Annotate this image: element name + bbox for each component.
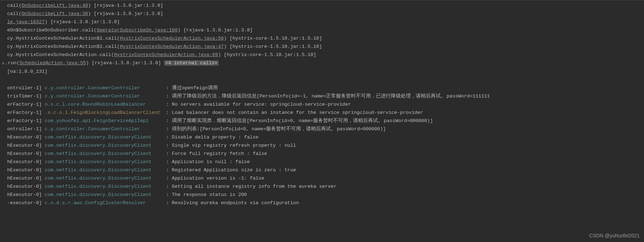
thread-name: ontroller-1] xyxy=(7,85,45,91)
separator: : xyxy=(166,143,172,148)
blank-line xyxy=(0,76,644,84)
logger-name: com.netflix.discovery.DiscoveryClient xyxy=(45,167,166,173)
log-line: ontroller-1] c.y.controller.ConsumerCont… xyxy=(0,84,644,92)
stack-line: call(OnSubscribeLift.java:48) [rxjava-1.… xyxy=(0,1,644,10)
log-line: hExecutor-0] com.netflix.discovery.Disco… xyxy=(0,182,644,191)
stack-line: call(OnSubscribeLift.java:30) [rxjava-1.… xyxy=(0,10,644,18)
separator: : xyxy=(166,85,172,91)
na-line: [na:1.8.0_131] xyxy=(0,67,644,76)
thread-name: erFactory-1] xyxy=(7,102,45,107)
log-message: The response status is 200 xyxy=(172,192,247,197)
thread-name: erFactory-1] xyxy=(7,110,45,115)
thread-name: trixTimer-1] xyxy=(7,94,45,99)
thread-name: -executor-0] xyxy=(7,200,45,206)
separator: : xyxy=(166,151,172,156)
logger-name: com.yuhuofei.api.FeignServiceApiImpl xyxy=(45,118,166,123)
log-message: Resolving eureka endpoints via configura… xyxy=(172,200,299,206)
separator: : xyxy=(166,126,172,132)
stack-line: le.java:10327) [rxjava-1.3.8.jar:1.3.8] xyxy=(0,18,644,26)
separator: : xyxy=(166,159,172,165)
log-line: hExecutor-0] com.netflix.discovery.Disco… xyxy=(0,191,644,199)
separator: : xyxy=(166,135,172,140)
source-link[interactable]: le.java:10327 xyxy=(7,19,45,25)
log-line: trixTimer-1] c.y.controller.ConsumerCont… xyxy=(0,92,644,100)
thread-name: erFactory-1] xyxy=(7,118,45,123)
log-line: hExecutor-0] com.netflix.discovery.Disco… xyxy=(0,174,644,182)
log-message: 调用了熔断实现类，熔断返回信息[PersonInfo(id=0, name=服务… xyxy=(172,118,433,123)
thread-name: ontroller-1] xyxy=(7,126,45,132)
console-output: call(OnSubscribeLift.java:48) [rxjava-1.… xyxy=(0,0,644,207)
thread-name: hExecutor-0] xyxy=(7,143,45,148)
internal-calls-badge[interactable]: <4 internal calls> xyxy=(164,60,219,66)
logger-name: com.netflix.discovery.DiscoveryClient xyxy=(45,184,166,189)
thread-name: hExecutor-0] xyxy=(7,151,45,156)
log-message: Registered Applications size is zero : t… xyxy=(172,167,296,173)
logger-name: .s.c.o.l.FeignBlockingLoadBalancerClient xyxy=(45,110,166,115)
csdn-watermark: CSDN @yuhuofei2021 xyxy=(589,232,640,240)
source-link[interactable]: OnSubscribeLift.java:30 xyxy=(22,11,88,16)
log-line: hExecutor-0] com.netflix.discovery.Disco… xyxy=(0,141,644,150)
log-message: Getting all instance registry info from … xyxy=(172,184,337,189)
log-message: 调用了降级后的方法，降级后返回信息[PersonInfo(id=-1, name… xyxy=(172,94,490,99)
log-message: Force full registry fetch : false xyxy=(172,151,267,156)
thread-name: hExecutor-0] xyxy=(7,184,45,189)
log-line: erFactory-1] o.s.c.l.core.RoundRobinLoad… xyxy=(0,100,644,109)
log-line: hExecutor-0] com.netflix.discovery.Disco… xyxy=(0,158,644,166)
stack-line: cy.HystrixContexSchedulerAction.call(Hys… xyxy=(0,51,644,59)
log-line: hExecutor-0] com.netflix.discovery.Disco… xyxy=(0,150,644,158)
log-line: hExecutor-0] com.netflix.discovery.Disco… xyxy=(0,133,644,141)
thread-name: hExecutor-0] xyxy=(7,159,45,165)
logger-name: o.s.c.l.core.RoundRobinLoadBalancer xyxy=(45,102,166,107)
separator: : xyxy=(166,200,172,206)
thread-name: hExecutor-0] xyxy=(7,192,45,197)
log-message: Application version is -1: false xyxy=(172,176,264,181)
logger-name: c.n.d.s.r.aws.ConfigClusterResolver xyxy=(45,200,166,206)
stack-line: cy.HystrixContexSchedulerAction$1.call(H… xyxy=(0,34,644,42)
source-link[interactable]: HystrixContexSchedulerAction.java:69 xyxy=(114,52,218,57)
log-message: Disable delta property : false xyxy=(172,135,259,140)
log-line: erFactory-1] .s.c.o.l.FeignBlockingLoadB… xyxy=(0,109,644,117)
logger-name: com.netflix.discovery.DiscoveryClient xyxy=(45,143,166,148)
logger-name: com.netflix.discovery.DiscoveryClient xyxy=(45,135,166,140)
log-line: -executor-0] c.n.d.s.r.aws.ConfigCluster… xyxy=(0,199,644,207)
log-message: Application is null : false xyxy=(172,159,250,165)
logger-name: c.y.controller.ConsumerController xyxy=(45,94,166,99)
log-line: erFactory-1] com.yuhuofei.api.FeignServi… xyxy=(0,117,644,125)
log-line: hExecutor-0] com.netflix.discovery.Disco… xyxy=(0,166,644,174)
log-message: No servers available for service: spring… xyxy=(172,102,351,107)
log-line: ontroller-1] c.y.controller.ConsumerCont… xyxy=(0,125,644,133)
separator: : xyxy=(166,102,172,107)
source-link[interactable]: OperatorSubscribeOn.java:100 xyxy=(97,27,178,33)
logger-name: com.netflix.discovery.DiscoveryClient xyxy=(45,151,166,156)
separator: : xyxy=(166,176,172,181)
separator: : xyxy=(166,192,172,197)
separator: : xyxy=(166,184,172,189)
separator: : xyxy=(166,118,172,123)
source-link[interactable]: ScheduledAction.java:55 xyxy=(20,60,86,66)
source-link[interactable]: HystrixContexSchedulerAction.java:47 xyxy=(120,44,224,49)
log-message: Single vip registry refresh property : n… xyxy=(172,143,296,148)
expand-icon[interactable]: ⊞ xyxy=(2,61,4,65)
logger-name: com.netflix.discovery.DiscoveryClient xyxy=(45,192,166,197)
logger-name: c.y.controller.ConsumerController xyxy=(45,85,166,91)
stack-line: eOn$SubscribeOnSubscriber.call(OperatorS… xyxy=(0,26,644,34)
stack-line: cy.HystrixContexSchedulerAction$1.call(H… xyxy=(0,42,644,51)
logger-name: com.netflix.discovery.DiscoveryClient xyxy=(45,159,166,165)
logger-name: c.y.controller.ConsumerController xyxy=(45,126,166,132)
thread-name: hExecutor-0] xyxy=(7,135,45,140)
log-message: Load balancer does not contain an instan… xyxy=(172,110,423,115)
source-link[interactable]: OnSubscribeLift.java:48 xyxy=(22,3,88,8)
stack-line-collapsed: ⊞.run(ScheduledAction.java:55) [rxjava-1… xyxy=(0,59,644,67)
separator: : xyxy=(166,167,172,173)
source-link[interactable]: HystrixContexSchedulerAction.java:56 xyxy=(120,36,224,41)
log-message: 得到的列表:[PersonInfo(id=0, name=服务暂时不可用，请稍后… xyxy=(172,126,386,132)
separator: : xyxy=(166,94,172,99)
logger-name: com.netflix.discovery.DiscoveryClient xyxy=(45,176,166,181)
log-message: 通过openfeign调用 xyxy=(172,85,218,91)
separator: : xyxy=(166,110,172,115)
thread-name: hExecutor-0] xyxy=(7,167,45,173)
thread-name: hExecutor-0] xyxy=(7,176,45,181)
